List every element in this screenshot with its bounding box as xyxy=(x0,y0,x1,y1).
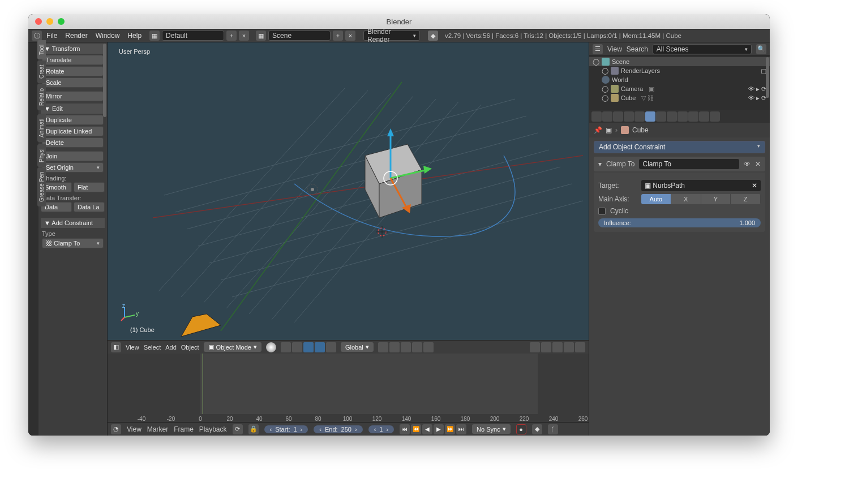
add-menu[interactable]: Add xyxy=(165,344,177,351)
editor-type-outliner-icon[interactable]: ☰ xyxy=(593,44,603,54)
outliner-view-menu[interactable]: View xyxy=(607,45,622,53)
tab-object-prop[interactable] xyxy=(634,111,645,122)
render-preview-icon[interactable] xyxy=(564,342,574,352)
target-field[interactable]: ▣ NurbsPath✕ xyxy=(641,180,761,191)
pin-icon[interactable]: 📌 xyxy=(594,126,602,134)
panel-add-constraint[interactable]: ▼ Add Constraint xyxy=(41,218,105,228)
outliner-search-icon[interactable]: 🔍 xyxy=(756,44,766,54)
tab-texture[interactable] xyxy=(688,111,698,122)
add-object-constraint-select[interactable]: Add Object Constraint▾ xyxy=(594,141,765,153)
frame-end-field[interactable]: ‹End:250› xyxy=(314,425,362,433)
view-menu[interactable]: View xyxy=(126,344,139,351)
constraint-name-field[interactable]: Clamp To xyxy=(639,159,739,169)
render-anim-icon[interactable] xyxy=(575,342,585,352)
tab-tools[interactable]: Tool xyxy=(37,40,46,59)
outliner-item-cube[interactable]: ◯Cube▽ ⛓👁 ▸ ⟳ xyxy=(589,93,770,102)
screen-browse-icon[interactable]: ▦ xyxy=(149,31,160,41)
clear-target-icon[interactable]: ✕ xyxy=(752,182,757,189)
render-engine-select[interactable]: Blender Render▾ xyxy=(363,31,420,41)
set-origin-select[interactable]: Set Origin▾ xyxy=(42,162,104,173)
tl-frame-menu[interactable]: Frame xyxy=(174,425,194,433)
tab-render[interactable] xyxy=(591,111,602,122)
proportional-edit-icon[interactable] xyxy=(552,342,563,352)
manipulator-toggle-icon[interactable] xyxy=(292,342,302,352)
editor-type-icon[interactable]: ⓘ xyxy=(32,31,42,41)
screen-layout-field[interactable]: Default xyxy=(162,31,224,41)
snap-type-icon[interactable] xyxy=(541,342,551,352)
play-reverse-icon[interactable]: ◀ xyxy=(422,424,432,434)
influence-slider[interactable]: Influence: 1.000 xyxy=(598,218,761,227)
tab-animation[interactable]: Animati xyxy=(37,114,46,142)
frame-start-field[interactable]: ‹Start:1› xyxy=(264,425,308,433)
cyclic-checkbox[interactable] xyxy=(598,208,606,215)
axis-y[interactable]: Y xyxy=(701,194,731,204)
join-button[interactable]: Join xyxy=(42,151,104,161)
scene-remove-icon[interactable]: × xyxy=(345,31,355,41)
tab-relations[interactable]: Relatio xyxy=(37,84,46,110)
mute-constraint-icon[interactable]: 👁 xyxy=(744,160,751,168)
jump-end-icon[interactable]: ⏭ xyxy=(456,424,466,434)
axis-x[interactable]: X xyxy=(671,194,701,204)
snap-toggle-icon[interactable] xyxy=(530,342,540,352)
close-window-icon[interactable] xyxy=(35,18,42,25)
outliner-search-menu[interactable]: Search xyxy=(627,45,648,53)
scene-add-icon[interactable]: + xyxy=(333,31,343,41)
insert-keyframe-icon[interactable]: ᚴ xyxy=(548,424,558,434)
jump-start-icon[interactable]: ⏮ xyxy=(400,424,410,434)
tl-view-menu[interactable]: View xyxy=(127,425,142,433)
tab-modifiers[interactable] xyxy=(656,111,666,122)
keyframe-next-icon[interactable]: ⏩ xyxy=(445,424,455,434)
shading-mode-icon[interactable] xyxy=(266,342,276,352)
outliner-display-mode[interactable]: All Scenes▾ xyxy=(653,44,752,54)
outliner-tree[interactable]: ◯Scene ◯RenderLayers▢ World ◯Camera▣👁 ▸ … xyxy=(589,56,770,110)
shade-flat-button[interactable]: Flat xyxy=(74,182,105,192)
layout-remove-icon[interactable]: × xyxy=(239,31,249,41)
auto-keyframe-icon[interactable]: ● xyxy=(516,424,526,434)
collapse-icon[interactable]: ▾ xyxy=(598,160,602,168)
menu-render[interactable]: Render xyxy=(65,32,87,40)
scene-field[interactable]: Scene xyxy=(268,31,331,41)
tab-physics[interactable]: Physi xyxy=(37,144,46,167)
manipulator-rotate-icon[interactable] xyxy=(315,342,325,352)
outliner-item-scene[interactable]: ◯Scene xyxy=(589,57,770,66)
zoom-window-icon[interactable] xyxy=(58,18,65,25)
scale-button[interactable]: Scale xyxy=(42,77,104,88)
tab-material[interactable] xyxy=(678,111,688,122)
data-layout-button[interactable]: Data La xyxy=(74,202,105,212)
frame-current-field[interactable]: ‹1› xyxy=(368,425,394,433)
timeline-canvas[interactable]: -40-200204060801001201401601802002202402… xyxy=(108,354,589,422)
tab-physics-prop[interactable] xyxy=(710,111,720,122)
toolshelf-scrollbar[interactable] xyxy=(103,44,106,117)
3d-viewport[interactable]: User Persp z y (1) Cube ◧ View Select Ad… xyxy=(108,42,589,354)
menu-help[interactable]: Help xyxy=(127,32,142,40)
mode-select[interactable]: ▣ Object Mode ▾ xyxy=(204,342,261,352)
axis-auto[interactable]: Auto xyxy=(641,194,671,204)
mirror-button[interactable]: Mirror xyxy=(42,91,104,101)
tab-data[interactable] xyxy=(667,111,677,122)
lock-range-icon[interactable]: 🔒 xyxy=(248,424,259,434)
tab-grease-pencil[interactable]: Grease Pen xyxy=(37,167,46,206)
keyframe-prev-icon[interactable]: ⏪ xyxy=(411,424,421,434)
keying-set-icon[interactable]: ◆ xyxy=(532,424,542,434)
manipulator-scale-icon[interactable] xyxy=(326,342,336,352)
delete-button[interactable]: Delete xyxy=(42,137,104,148)
menu-window[interactable]: Window xyxy=(96,32,120,40)
panel-transform[interactable]: ▼ Transform xyxy=(41,44,105,54)
tab-particles[interactable] xyxy=(699,111,709,122)
duplicate-button[interactable]: Duplicate xyxy=(42,115,104,125)
constraint-type-select[interactable]: ⛓ Clamp To▾ xyxy=(42,238,104,248)
tab-world[interactable] xyxy=(624,111,634,122)
tab-constraints[interactable] xyxy=(645,111,655,122)
editor-type-timeline-icon[interactable]: ◔ xyxy=(111,424,121,434)
layer-buttons[interactable] xyxy=(378,342,434,352)
play-icon[interactable]: ▶ xyxy=(434,424,444,434)
pivot-icon[interactable] xyxy=(281,342,291,352)
tl-playback-menu[interactable]: Playback xyxy=(199,425,227,433)
tab-render-layers[interactable] xyxy=(602,111,612,122)
layout-add-icon[interactable]: + xyxy=(226,31,237,41)
timeline-playhead[interactable] xyxy=(203,354,203,414)
scene-browse-icon[interactable]: ▦ xyxy=(256,31,266,41)
outliner-item-world[interactable]: World xyxy=(589,75,770,84)
duplicate-linked-button[interactable]: Duplicate Linked xyxy=(42,126,104,136)
object-menu[interactable]: Object xyxy=(181,344,199,351)
